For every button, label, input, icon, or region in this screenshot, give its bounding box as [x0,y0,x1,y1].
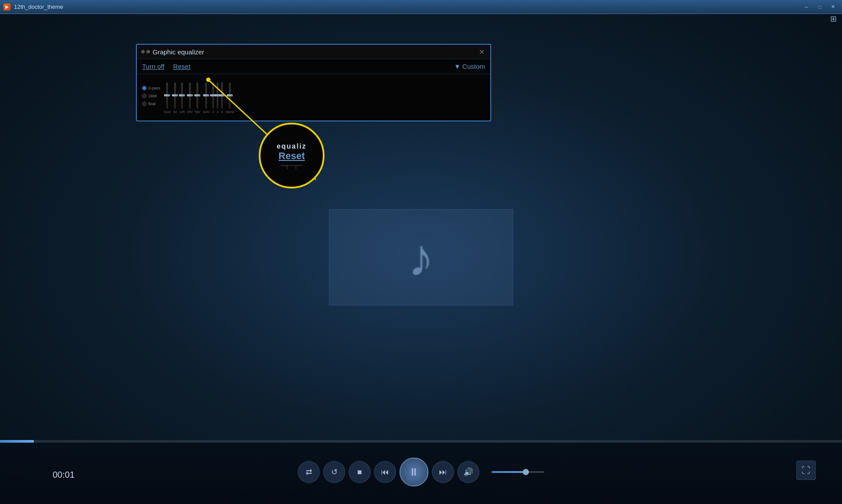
eq-slider-track-8[interactable] [217,82,218,109]
eq-slider-thumb-9[interactable] [219,94,225,96]
zoom-text-top: equaliz [277,142,307,150]
window-title: 12th_doctor_theme [14,4,63,10]
eq-slider-track-9[interactable] [221,82,223,109]
eq-slider-track-5[interactable] [196,82,198,109]
eq-freq-label-5: 500 [195,110,200,114]
eq-slider-col-5: 500 [195,82,200,114]
title-bar-left: ▶ 12th_doctor_theme [4,4,63,11]
shuffle-icon: ⇄ [306,467,312,477]
eq-sliders-area: 2-pass 16bit float 31Hz [137,74,490,121]
eq-freq-label-8: 4 [217,110,218,114]
eq-slider-thumb-3[interactable] [179,94,185,96]
volume-slider[interactable] [492,471,544,473]
time-display: 00:01 [53,470,75,480]
eq-slider-track-4[interactable] [189,82,191,109]
eq-slider-track-7[interactable] [212,82,214,109]
eq-slider-col-4: 250 [187,82,193,114]
fullscreen-button[interactable]: ⛶ [796,461,816,480]
eq-slider-col-9: 8 [221,82,223,114]
volume-icon: 🔊 [464,467,473,477]
eq-radio-row-2: 16bit [142,94,160,98]
eq-freq-label-10: 16kHz [225,110,234,114]
eq-slider-thumb-6[interactable] [203,94,209,96]
play-pause-button[interactable]: ⏸ [400,458,428,486]
eq-slider-col-8: 4 [217,82,218,114]
eq-controls-row: Turn off Reset ▼ Custom [137,59,490,74]
eq-dot-1 [141,50,145,53]
eq-sliders-grid: 31Hz 62 125 250 [164,78,234,114]
preset-dropdown[interactable]: ▼ Custom [454,63,485,70]
eq-slider-col-3: 125 [179,82,185,114]
fullscreen-icon: ⛶ [802,465,810,476]
repeat-button[interactable]: ↺ [323,461,345,483]
eq-slider-col-6: 1kHz [203,82,210,114]
next-button[interactable]: ⏭ [432,461,454,483]
music-note-icon: ♪ [408,227,434,287]
title-bar: ▶ 12th_doctor_theme ─ □ ✕ [0,0,842,14]
eq-radio-row-1: 2-pass [142,86,160,90]
eq-radio-3[interactable] [142,102,146,106]
equalizer-dialog: Graphic equalizer ✕ Turn off Reset ▼ Cus… [136,44,491,121]
eq-radio-label-1: 2-pass [148,86,160,90]
eq-slider-thumb-5[interactable] [194,94,200,96]
turn-off-link[interactable]: Turn off [142,63,164,70]
controls-row: ⇄ ↺ ■ ⏮ ⏸ ⏭ 🔊 [298,458,544,486]
prev-icon: ⏮ [381,468,389,477]
minimize-button[interactable]: ─ [801,2,812,12]
eq-freq-label-4: 250 [187,110,193,114]
eq-slider-col-1: 31Hz [164,82,171,114]
eq-radio-label-3: float [148,102,156,106]
eq-slider-track-6[interactable] [205,82,207,109]
repeat-icon: ↺ [331,467,338,477]
eq-slider-col-7: 2 [212,82,214,114]
eq-title-text: Graphic equalizer [153,48,204,56]
eq-slider-track-2[interactable] [174,82,176,109]
prev-button[interactable]: ⏮ [374,461,396,483]
play-pause-icon: ⏸ [409,466,419,478]
reset-link[interactable]: Reset [173,63,190,70]
eq-slider-track-1[interactable] [166,82,168,109]
eq-dots [141,50,150,53]
preset-label: Custom [462,63,485,70]
zoom-reset-text: Reset [278,150,305,162]
eq-radio-label-2: 16bit [148,94,157,98]
eq-freq-label-7: 2 [212,110,214,114]
eq-title-bar: Graphic equalizer ✕ [137,45,490,59]
stop-button[interactable]: ■ [349,461,371,483]
volume-button[interactable]: 🔊 [457,461,479,483]
eq-slider-col-2: 62 [173,82,177,114]
shuffle-button[interactable]: ⇄ [298,461,320,483]
preset-arrow-icon: ▼ [454,63,460,70]
eq-close-button[interactable]: ✕ [477,47,486,56]
title-bar-controls: ─ □ ✕ [801,2,838,12]
eq-radio-2[interactable] [142,94,146,98]
eq-slider-thumb-10[interactable] [227,94,233,96]
eq-radio-group: 2-pass 16bit float [142,86,160,106]
eq-dot-2 [146,50,150,53]
eq-slider-track-3[interactable] [181,82,183,109]
eq-freq-label-9: 8 [221,110,223,114]
eq-slider-thumb-1[interactable] [164,94,170,96]
next-icon: ⏭ [439,468,447,477]
eq-freq-label-2: 62 [173,110,177,114]
app-icon: ▶ [4,4,11,11]
eq-radio-1[interactable] [142,86,146,90]
music-visual: ♪ [329,209,513,305]
stop-icon: ■ [357,468,362,477]
eq-slider-thumb-2[interactable] [172,94,178,96]
volume-thumb[interactable] [523,469,529,475]
eq-slider-track-10[interactable] [229,82,231,109]
eq-slider-col-10: 16kHz [225,82,234,114]
zoom-circle: equaliz Reset ─┬─┬─ [259,123,325,188]
volume-control [492,471,544,473]
close-button[interactable]: ✕ [827,2,838,12]
eq-slider-thumb-4[interactable] [187,94,193,96]
volume-fill [492,471,526,473]
zoom-bottom: ─┬─┬─ [281,162,303,169]
eq-freq-label-3: 125 [179,110,185,114]
eq-freq-label-6: 1kHz [203,110,210,114]
maximize-button[interactable]: □ [814,2,825,12]
eq-title-left: Graphic equalizer [141,48,204,56]
eq-freq-label-1: 31Hz [164,110,171,114]
eq-radio-row-3: float [142,102,160,106]
